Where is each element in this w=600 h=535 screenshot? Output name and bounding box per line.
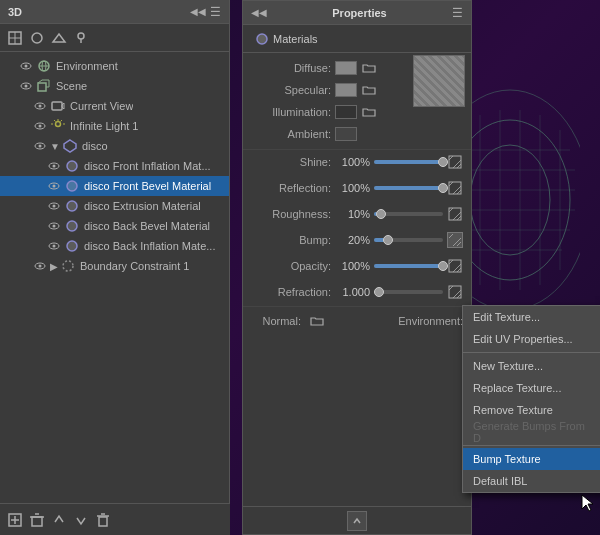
tree-item-disco-front-inf[interactable]: disco Front Inflation Mat... [0, 156, 229, 176]
boundary-expand-icon[interactable]: ▶ [50, 261, 58, 272]
opacity-track[interactable] [374, 264, 443, 268]
roughness-section: Roughness: 10% [243, 202, 471, 228]
context-menu-new-texture[interactable]: New Texture... [463, 355, 600, 377]
vis-disco-icon[interactable] [32, 138, 48, 154]
svg-point-24 [25, 65, 28, 68]
svg-point-32 [39, 105, 42, 108]
roughness-value: 10% [335, 208, 370, 220]
reflection-texture-icon[interactable] [447, 180, 463, 196]
illumination-swatch[interactable] [335, 105, 357, 119]
vis-de-icon[interactable] [46, 198, 62, 214]
context-menu-remove-texture[interactable]: Remove Texture [463, 399, 600, 421]
tree-item-currentview[interactable]: Current View [0, 96, 229, 116]
tree-item-environment[interactable]: Environment [0, 56, 229, 76]
illumination-folder-icon[interactable] [361, 104, 377, 120]
roughness-texture-icon[interactable] [447, 206, 463, 222]
mat-icon-3 [64, 198, 80, 214]
props-header-icons: ☰ [452, 6, 463, 20]
reflection-track[interactable] [374, 186, 443, 190]
reflection-fill [374, 186, 443, 190]
svg-point-36 [39, 125, 42, 128]
tab-materials[interactable]: Materials [251, 30, 322, 48]
env-icon [36, 58, 52, 74]
vis-bc-icon[interactable] [32, 258, 48, 274]
sphere-icon[interactable] [28, 29, 46, 47]
vis-dfb-icon[interactable] [46, 178, 62, 194]
props-menu-icon[interactable]: ☰ [452, 6, 463, 20]
collapse-icon[interactable]: ◀◀ [190, 6, 206, 17]
tree-item-disco[interactable]: ▼ disco [0, 136, 229, 156]
light-icon[interactable] [72, 29, 90, 47]
materials-tab-icon [255, 32, 269, 46]
refraction-label: Refraction: [251, 286, 331, 298]
normal-folder-icon[interactable] [309, 313, 325, 329]
specular-swatch[interactable] [335, 83, 357, 97]
tree-item-disco-extrusion[interactable]: disco Extrusion Material [0, 196, 229, 216]
tree-item-disco-front-bevel[interactable]: disco Front Bevel Material [0, 176, 229, 196]
shine-texture-icon[interactable] [447, 154, 463, 170]
opacity-texture-icon[interactable] [447, 258, 463, 274]
vis-dbi-icon[interactable] [46, 238, 62, 254]
opacity-value: 100% [335, 260, 370, 272]
tree-item-light1[interactable]: Infinite Light 1 [0, 116, 229, 136]
context-menu-default-ibl[interactable]: Default IBL [463, 470, 600, 492]
context-menu-sep2 [463, 445, 600, 446]
refraction-row: Refraction: 1.000 [251, 283, 463, 301]
context-menu-replace-texture[interactable]: Replace Texture... [463, 377, 600, 399]
tree-item-disco-back-bevel[interactable]: disco Back Bevel Material [0, 216, 229, 236]
context-menu-generate-bumps: Generate Bumps From D [463, 421, 600, 443]
reflection-handle[interactable] [438, 183, 448, 193]
shine-handle[interactable] [438, 157, 448, 167]
tree-item-scene[interactable]: Scene [0, 76, 229, 96]
plane-icon[interactable] [50, 29, 68, 47]
vis-dbb-icon[interactable] [46, 218, 62, 234]
diffuse-swatch[interactable] [335, 61, 357, 75]
tree-item-disco-back-inf[interactable]: disco Back Inflation Mate... [0, 236, 229, 256]
new-mesh-icon[interactable] [6, 29, 24, 47]
disco-expand-icon[interactable]: ▼ [50, 141, 60, 152]
svg-point-44 [39, 145, 42, 148]
context-menu-edit-uv[interactable]: Edit UV Properties... [463, 328, 600, 350]
opacity-handle[interactable] [438, 261, 448, 271]
bump-texture-icon[interactable] [447, 232, 463, 248]
context-menu-bump-texture[interactable]: Bump Texture [463, 448, 600, 470]
vis-cv-icon[interactable] [32, 98, 48, 114]
tree-item-boundary[interactable]: ▶ Boundary Constraint 1 [0, 256, 229, 276]
panel-3d-header-icons: ◀◀ ☰ [190, 5, 221, 19]
context-menu-edit-texture[interactable]: Edit Texture... [463, 306, 600, 328]
vis-env-icon[interactable] [18, 58, 34, 74]
move-up-btn[interactable] [50, 511, 68, 529]
move-down-btn[interactable] [72, 511, 90, 529]
vis-light-icon[interactable] [32, 118, 48, 134]
roughness-handle[interactable] [376, 209, 386, 219]
props-collapse-icon[interactable]: ◀◀ [251, 7, 267, 18]
refraction-handle[interactable] [374, 287, 384, 297]
refraction-track[interactable] [374, 290, 443, 294]
delete-btn[interactable] [28, 511, 46, 529]
roughness-track[interactable] [374, 212, 443, 216]
texture-preview[interactable] [413, 55, 465, 107]
specular-label: Specular: [251, 84, 331, 96]
vis-scene-icon[interactable] [18, 78, 34, 94]
bump-track[interactable] [374, 238, 443, 242]
refraction-texture-icon[interactable] [447, 284, 463, 300]
trash-btn[interactable] [94, 511, 112, 529]
light1-icon [50, 118, 66, 134]
shine-track[interactable] [374, 160, 443, 164]
svg-point-51 [53, 185, 56, 188]
refraction-value: 1.000 [335, 286, 370, 298]
ambient-swatch[interactable] [335, 127, 357, 141]
panel-props-title: Properties [332, 7, 386, 19]
svg-marker-45 [64, 140, 76, 152]
disco-back-inf-label: disco Back Inflation Mate... [84, 240, 215, 252]
roughness-label: Roughness: [251, 208, 331, 220]
bump-handle[interactable] [383, 235, 393, 245]
specular-folder-icon[interactable] [361, 82, 377, 98]
panel-menu-icon[interactable]: ☰ [210, 5, 221, 19]
diffuse-folder-icon[interactable] [361, 60, 377, 76]
svg-point-20 [32, 33, 42, 43]
props-expand-btn[interactable] [347, 511, 367, 531]
vis-dfi-icon[interactable] [46, 158, 62, 174]
add-mesh-btn[interactable] [6, 511, 24, 529]
svg-point-47 [53, 165, 56, 168]
